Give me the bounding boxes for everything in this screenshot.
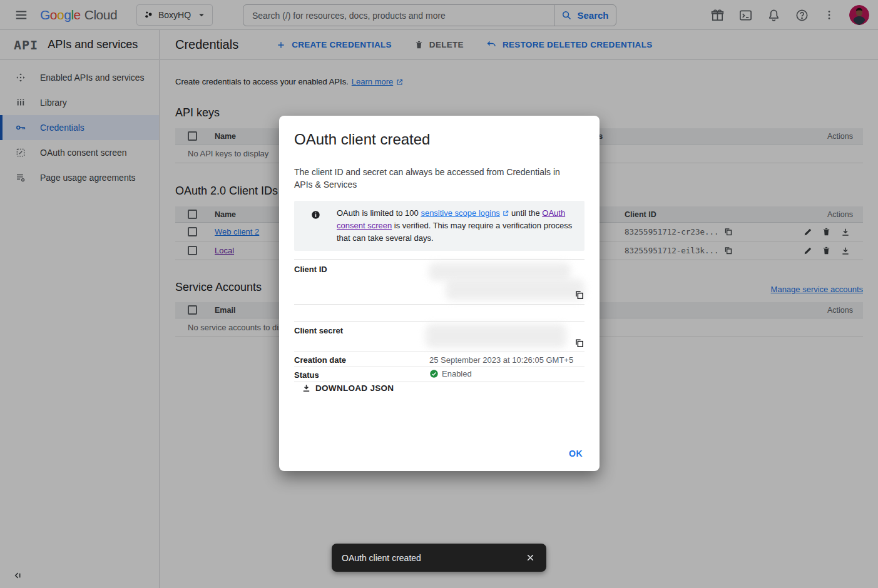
sensitive-scope-logins-link[interactable]: sensitive scope logins xyxy=(421,208,499,218)
external-link-icon xyxy=(503,210,509,216)
notice-pre: OAuth is limited to 100 xyxy=(337,208,421,218)
status-value-cell: Enabled xyxy=(429,369,472,378)
status-row: Status Enabled xyxy=(294,367,584,382)
redacted-client-secret xyxy=(426,324,566,348)
redacted-client-id xyxy=(446,279,584,300)
download-icon xyxy=(302,383,311,393)
snackbar-close-button[interactable] xyxy=(524,552,536,564)
info-icon xyxy=(311,210,320,251)
download-json-label: DOWNLOAD JSON xyxy=(315,383,394,393)
dialog-title: OAuth client created xyxy=(294,131,430,148)
client-secret-row: Client secret xyxy=(294,321,584,352)
google-cloud-console: Google Cloud BoxyHQ Search xyxy=(0,0,878,588)
copy-icon xyxy=(574,290,584,300)
copy-client-id-button[interactable] xyxy=(574,290,584,300)
client-id-row: Client ID xyxy=(294,259,584,304)
download-json-button[interactable]: DOWNLOAD JSON xyxy=(302,383,394,393)
oauth-client-created-dialog: OAuth client created The client ID and s… xyxy=(279,116,600,471)
redacted-client-id xyxy=(429,263,571,281)
snackbar-message: OAuth client created xyxy=(342,553,524,563)
row-divider xyxy=(294,382,584,382)
check-circle-icon xyxy=(429,369,439,378)
notice-text: OAuth is limited to 100 sensitive scope … xyxy=(337,207,576,251)
creation-date-row: Creation date 25 September 2023 at 10:26… xyxy=(294,352,584,367)
verification-notice: OAuth is limited to 100 sensitive scope … xyxy=(294,201,584,251)
close-icon xyxy=(525,552,536,563)
client-secret-label: Client secret xyxy=(294,326,343,335)
creation-date-value: 25 September 2023 at 10:26:05 GMT+5 xyxy=(429,355,573,365)
status-value: Enabled xyxy=(442,369,472,378)
status-label: Status xyxy=(294,370,319,380)
row-divider xyxy=(294,304,584,321)
copy-client-secret-button[interactable] xyxy=(574,338,584,348)
client-id-label: Client ID xyxy=(294,265,327,274)
copy-icon xyxy=(574,338,584,348)
notice-mid: until the xyxy=(509,208,543,218)
creation-date-label: Creation date xyxy=(294,355,346,365)
ok-button[interactable]: OK xyxy=(569,449,583,459)
snackbar: OAuth client created xyxy=(332,544,546,572)
dialog-body-text: The client ID and secret can always be a… xyxy=(294,166,574,191)
